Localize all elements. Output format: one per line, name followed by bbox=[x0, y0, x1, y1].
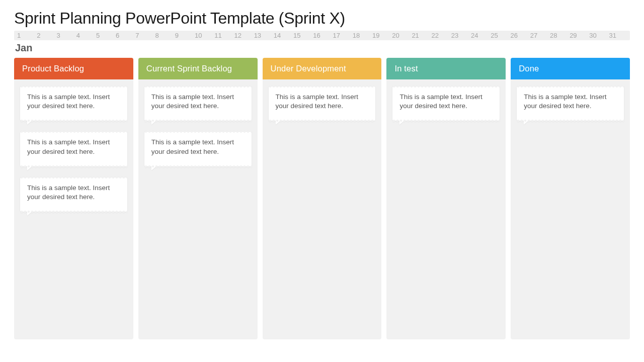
day-number: 29 bbox=[569, 32, 588, 39]
column-body: This is a sample text. Insert your desir… bbox=[14, 79, 133, 339]
day-number: 13 bbox=[253, 32, 273, 39]
day-number: 5 bbox=[95, 32, 115, 39]
column-header: Under Development bbox=[263, 58, 382, 79]
speech-tail-icon bbox=[27, 120, 33, 125]
task-card[interactable]: This is a sample text. Insert your desir… bbox=[20, 86, 127, 121]
kanban-column: Current Sprint BacklogThis is a sample t… bbox=[138, 58, 258, 339]
day-number: 3 bbox=[55, 32, 75, 39]
day-ruler: 1234567891011121314151617181920212223242… bbox=[14, 31, 630, 40]
day-number: 20 bbox=[391, 32, 411, 39]
day-number: 21 bbox=[411, 32, 430, 39]
task-card[interactable]: This is a sample text. Insert your desir… bbox=[20, 132, 127, 166]
kanban-column: Product BacklogThis is a sample text. In… bbox=[14, 58, 133, 339]
speech-tail-icon bbox=[399, 120, 406, 125]
column-header: Done bbox=[511, 58, 630, 79]
day-number: 11 bbox=[213, 32, 233, 39]
task-card[interactable]: This is a sample text. Insert your desir… bbox=[269, 86, 376, 121]
day-number: 24 bbox=[470, 32, 490, 39]
day-number: 8 bbox=[154, 32, 174, 39]
day-number: 15 bbox=[292, 32, 312, 39]
day-number: 22 bbox=[431, 32, 450, 39]
kanban-board: Product BacklogThis is a sample text. In… bbox=[14, 58, 630, 339]
column-body: This is a sample text. Insert your desir… bbox=[263, 79, 382, 339]
day-number: 14 bbox=[273, 32, 292, 39]
task-card[interactable]: This is a sample text. Insert your desir… bbox=[517, 86, 624, 121]
speech-tail-icon bbox=[27, 165, 33, 170]
task-card[interactable]: This is a sample text. Insert your desir… bbox=[392, 86, 500, 121]
day-number: 10 bbox=[194, 32, 213, 39]
column-header: Product Backlog bbox=[14, 58, 133, 79]
column-header: In test bbox=[386, 58, 506, 79]
kanban-column: DoneThis is a sample text. Insert your d… bbox=[511, 58, 630, 339]
speech-tail-icon bbox=[151, 165, 157, 170]
speech-tail-icon bbox=[524, 120, 530, 125]
day-number: 7 bbox=[134, 32, 154, 39]
day-number: 31 bbox=[608, 32, 628, 39]
day-number: 1 bbox=[16, 32, 36, 39]
column-body: This is a sample text. Insert your desir… bbox=[386, 79, 506, 339]
column-body: This is a sample text. Insert your desir… bbox=[511, 79, 630, 339]
day-number: 25 bbox=[490, 32, 509, 39]
speech-tail-icon bbox=[27, 211, 33, 216]
task-card[interactable]: This is a sample text. Insert your desir… bbox=[144, 132, 252, 166]
page-title: Sprint Planning PowerPoint Template (Spr… bbox=[14, 9, 630, 28]
day-number: 9 bbox=[174, 32, 194, 39]
task-card[interactable]: This is a sample text. Insert your desir… bbox=[144, 86, 252, 121]
day-number: 18 bbox=[352, 32, 371, 39]
day-number: 28 bbox=[549, 32, 569, 39]
day-number: 2 bbox=[36, 32, 55, 39]
kanban-column: In testThis is a sample text. Insert you… bbox=[386, 58, 506, 339]
day-number: 17 bbox=[332, 32, 352, 39]
month-label: Jan bbox=[15, 42, 630, 54]
column-body: This is a sample text. Insert your desir… bbox=[138, 79, 258, 339]
day-number: 19 bbox=[371, 32, 391, 39]
day-number: 4 bbox=[75, 32, 95, 39]
speech-tail-icon bbox=[276, 120, 282, 125]
day-number: 23 bbox=[450, 32, 470, 39]
day-number: 12 bbox=[233, 32, 253, 39]
task-card[interactable]: This is a sample text. Insert your desir… bbox=[20, 177, 127, 212]
kanban-column: Under DevelopmentThis is a sample text. … bbox=[263, 58, 382, 339]
day-number: 16 bbox=[312, 32, 332, 39]
column-header: Current Sprint Backlog bbox=[138, 58, 258, 79]
day-number: 30 bbox=[588, 32, 608, 39]
day-number: 6 bbox=[115, 32, 134, 39]
day-number: 27 bbox=[529, 32, 549, 39]
day-number: 26 bbox=[509, 32, 529, 39]
speech-tail-icon bbox=[151, 120, 157, 125]
